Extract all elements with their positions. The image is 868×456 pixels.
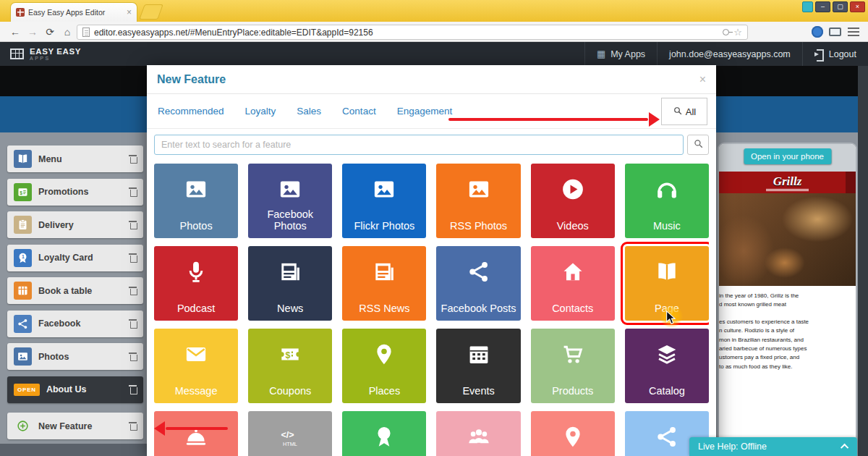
address-bar[interactable]: editor.easyeasyapps.net/#MenuEntryPlace:… (77, 25, 748, 40)
window-close-button[interactable]: × (850, 1, 865, 12)
feature-tile-pin[interactable] (531, 411, 615, 456)
tile-label: Places (344, 385, 424, 397)
maximize-button[interactable]: ▢ (833, 1, 848, 12)
open-in-phone-button[interactable]: Open in your phone (744, 148, 831, 164)
feature-tile-rss-photos[interactable]: RSS Photos (436, 164, 520, 238)
tile-label: RSS Photos (438, 220, 518, 232)
chevron-up-icon[interactable] (841, 444, 848, 452)
brand-line1: EASY EASY (30, 47, 81, 56)
trash-icon[interactable] (129, 352, 137, 362)
window-controls: – ▢ × (802, 1, 865, 12)
sidebar-item-loyalty-card[interactable]: 1Loyalty Card (7, 245, 143, 271)
tab-contact[interactable]: Contact (342, 106, 376, 117)
about-paragraph-2: es customers to experience a tasten cult… (719, 318, 852, 371)
sidebar-item-label: About Us (46, 384, 122, 394)
sidebar-item-facebook[interactable]: Facebook (7, 311, 143, 337)
image-icon (278, 177, 303, 202)
tile-label: Music (627, 220, 707, 232)
tab-loyalty[interactable]: Loyalty (245, 106, 276, 117)
feature-tile-award[interactable] (342, 411, 426, 456)
app-header: EASY EASY APPS ▦ My Apps john.doe@easyea… (0, 42, 868, 66)
browser-tab[interactable]: Easy Easy Apps Editor × (10, 2, 137, 22)
feature-tile-products[interactable]: Products (531, 329, 615, 403)
share-icon (14, 315, 32, 333)
feature-tile-podcast[interactable]: Podcast (154, 246, 238, 321)
search-button[interactable] (687, 135, 709, 155)
trash-icon[interactable] (129, 384, 137, 394)
search-icon (693, 138, 704, 151)
trash-icon[interactable] (129, 187, 137, 197)
trash-icon[interactable] (129, 154, 137, 164)
feature-tile-contacts[interactable]: Contacts (531, 246, 615, 321)
feature-tile-rss-news[interactable]: RSS News (342, 246, 426, 321)
search-input[interactable] (154, 135, 684, 155)
sidebar: Menu$PromotionsDelivery1Loyalty CardBook… (7, 145, 143, 439)
sidebar-item-about-us[interactable]: OPENAbout Us (7, 376, 143, 403)
forward-button[interactable]: → (25, 24, 41, 40)
sidebar-item-book-a-table[interactable]: Book a table (7, 277, 143, 304)
feature-tile-catalog[interactable]: Catalog (625, 329, 709, 403)
feature-tile-message[interactable]: Message (154, 329, 238, 403)
people-icon (466, 424, 491, 449)
svg-text:$: $ (20, 190, 22, 195)
sidebar-item-label: Book a table (38, 286, 122, 296)
back-button[interactable]: ← (7, 24, 23, 40)
share-icon (654, 424, 679, 449)
new-tab-button[interactable] (139, 4, 163, 20)
feature-tile-news[interactable]: News (248, 246, 332, 321)
trash-icon[interactable] (129, 421, 137, 431)
sidebar-item-promotions[interactable]: $Promotions (7, 179, 143, 206)
news-icon (372, 259, 397, 284)
feature-tile-flickr-photos[interactable]: Flickr Photos (342, 164, 426, 238)
window-help-button[interactable] (802, 1, 813, 12)
tab-recommended[interactable]: Recommended (158, 106, 224, 117)
key-icon[interactable] (723, 29, 729, 35)
sidebar-item-menu[interactable]: Menu (7, 145, 143, 172)
minimize-button[interactable]: – (815, 1, 830, 12)
trash-icon[interactable] (129, 318, 137, 329)
feature-tile-coupons[interactable]: $Coupons (248, 329, 332, 403)
annotation-arrow-left (154, 423, 228, 437)
browser-menu-icon[interactable] (848, 28, 859, 36)
feature-tile-music[interactable]: Music (625, 164, 709, 238)
cast-icon[interactable] (829, 28, 841, 36)
book-icon (654, 259, 679, 284)
my-apps-button[interactable]: ▦ My Apps (584, 42, 657, 66)
tile-label: Coupons (250, 385, 330, 397)
url-text[interactable]: editor.easyeasyapps.net/#MenuEntryPlace:… (94, 28, 718, 38)
reload-button[interactable]: ⟳ (42, 24, 58, 40)
sidebar-item-label: Menu (38, 154, 122, 164)
calendar-icon (466, 342, 491, 367)
book-icon (14, 150, 32, 168)
modal-header: New Feature × (147, 65, 716, 94)
close-icon[interactable]: × (699, 74, 706, 85)
sidebar-item-delivery[interactable]: Delivery (7, 211, 143, 238)
phone-brand-banner: Grillz (719, 172, 856, 193)
feature-tile-videos[interactable]: Videos (531, 164, 615, 238)
tab-engagement[interactable]: Engagement (397, 106, 453, 117)
live-help-bar[interactable]: Live Help: Offline (689, 437, 857, 456)
extension-icon[interactable] (812, 26, 823, 38)
apps-grid-icon: ▦ (597, 49, 605, 59)
home-button[interactable]: ⌂ (59, 24, 75, 40)
cart-icon (560, 342, 585, 367)
trash-icon[interactable] (129, 253, 137, 263)
feature-tile-events[interactable]: Events (436, 329, 520, 403)
sidebar-item-photos[interactable]: Photos (7, 343, 143, 370)
logout-button[interactable]: Logout (802, 42, 868, 66)
bookmark-star-icon[interactable]: ☆ (733, 27, 742, 38)
tab-sales[interactable]: Sales (297, 106, 321, 117)
feature-tile-photos[interactable]: Photos (154, 164, 238, 238)
tile-label: RSS News (344, 303, 424, 314)
sidebar-item-label: Photos (38, 352, 122, 362)
trash-icon[interactable] (129, 286, 137, 296)
feature-tile-facebook-photos[interactable]: Facebook Photos (248, 164, 332, 238)
feature-tile-facebook-posts[interactable]: Facebook Posts (436, 246, 520, 321)
feature-tile-places[interactable]: Places (342, 329, 426, 403)
feature-tile-people[interactable] (436, 411, 520, 456)
trash-icon[interactable] (129, 220, 137, 230)
all-button[interactable]: All (661, 98, 707, 125)
feature-tile-code[interactable]: </>HTML (248, 411, 332, 456)
sidebar-item-new-feature[interactable]: New Feature (7, 413, 143, 439)
tab-close-icon[interactable]: × (127, 8, 132, 17)
